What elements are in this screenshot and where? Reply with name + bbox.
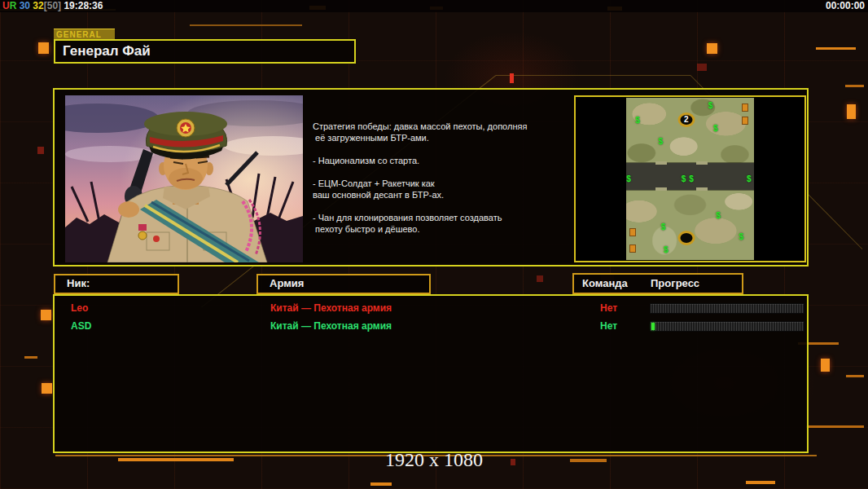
match-timer: 00:00:00 bbox=[826, 0, 865, 11]
deco-square bbox=[38, 42, 49, 54]
strategy-line bbox=[313, 143, 565, 155]
deco-square bbox=[24, 356, 37, 359]
player-team: Нет bbox=[600, 302, 617, 314]
player-name: Leo bbox=[71, 302, 88, 314]
status-segments: UR 30 32[50] 19:28:36 bbox=[2, 0, 103, 11]
supply-dock-marker: $ bbox=[689, 174, 694, 183]
oil-derrick-marker bbox=[742, 117, 748, 125]
supply-dock-marker: $ bbox=[747, 174, 752, 183]
deco-square bbox=[537, 275, 543, 282]
general-tag: GENERAL bbox=[54, 29, 115, 40]
minimap-bridge-notch bbox=[696, 187, 708, 191]
deco-square bbox=[845, 85, 864, 87]
loading-screen: UR 30 32[50] 19:28:36 00:00:00 GENERAL Г… bbox=[0, 0, 868, 489]
strategy-line: Стратегия победы: давка массой пехоты, д… bbox=[313, 121, 565, 132]
deco-square bbox=[847, 104, 856, 119]
header-army-box: Армия bbox=[256, 274, 431, 294]
player-army: Китай — Пехотная армия bbox=[270, 302, 392, 314]
supply-dock-marker: $ bbox=[659, 137, 664, 146]
deco-square bbox=[816, 47, 856, 50]
portrait-illustration bbox=[65, 95, 303, 262]
supply-dock-marker: $ bbox=[739, 232, 744, 241]
supply-dock-marker: $ bbox=[713, 124, 718, 133]
supply-dock-marker: $ bbox=[635, 116, 640, 125]
header-nick-label: Ник: bbox=[67, 277, 178, 289]
deco-square bbox=[746, 481, 775, 484]
header-team-label: Команда bbox=[582, 277, 628, 289]
status-segment: 30 bbox=[16, 0, 30, 11]
minimap-bridge-notch bbox=[655, 161, 667, 165]
deco-square bbox=[370, 482, 392, 486]
minimap-image: 2$$$$$$$$$$$$ bbox=[626, 98, 754, 260]
player-row: LeoКитай — Пехотная армияНет bbox=[55, 301, 807, 317]
strategy-line bbox=[313, 200, 565, 212]
deco-square bbox=[846, 375, 864, 377]
strategy-line bbox=[313, 166, 565, 178]
deco-square bbox=[510, 73, 514, 83]
supply-dock-marker: $ bbox=[664, 245, 669, 254]
deco-square bbox=[821, 359, 830, 372]
deco-trace-horizontal bbox=[496, 75, 690, 76]
header-nick-box: Ник: bbox=[54, 274, 179, 294]
player-list: LeoКитай — Пехотная армияНетASDКитай — П… bbox=[53, 294, 809, 453]
minimap-box: 2$$$$$$$$$$$$ bbox=[574, 95, 806, 262]
status-segment: [50] bbox=[44, 0, 61, 11]
player-progress-fill bbox=[651, 323, 655, 330]
start-position-marker: 2 bbox=[677, 112, 695, 127]
deco-square bbox=[806, 425, 864, 428]
player-team: Нет bbox=[600, 320, 617, 332]
oil-derrick-marker bbox=[629, 228, 636, 236]
top-status-strip bbox=[0, 0, 868, 12]
supply-dock-marker: $ bbox=[682, 174, 686, 183]
deco-square bbox=[570, 459, 607, 462]
general-portrait bbox=[65, 95, 303, 262]
header-team-progress-box: Команда Прогресс bbox=[572, 273, 743, 294]
supply-dock-marker: $ bbox=[626, 174, 631, 183]
strategy-line: - ЕЦМ-Солдат + Ракетчик как bbox=[313, 178, 565, 189]
deco-square bbox=[190, 24, 302, 26]
oil-derrick-marker bbox=[629, 244, 636, 253]
deco-square bbox=[118, 458, 234, 461]
general-title-box: Генерал Фай bbox=[54, 39, 356, 64]
deco-square bbox=[697, 64, 707, 71]
strategy-text: Стратегия победы: давка массой пехоты, д… bbox=[313, 121, 565, 235]
strategy-line: её загруженными БТР-ами. bbox=[313, 132, 565, 143]
strategy-line: пехоту быстро и дёшево. bbox=[313, 223, 565, 235]
deco-square bbox=[707, 43, 717, 54]
supply-dock-marker: $ bbox=[716, 211, 721, 220]
strategy-line: ваш основной десант в БТР-ах. bbox=[313, 189, 565, 200]
status-segment: 19:28:36 bbox=[61, 0, 103, 11]
deco-square bbox=[41, 310, 51, 320]
deco-square bbox=[511, 459, 515, 465]
supply-dock-marker: $ bbox=[708, 101, 713, 110]
strategy-line: - Чан для клонирования позволяет создава… bbox=[313, 212, 565, 223]
player-name: ASD bbox=[71, 320, 91, 332]
header-progress-label: Прогресс bbox=[651, 277, 699, 289]
minimap-bridge-notch bbox=[696, 161, 708, 165]
player-progress-bar bbox=[651, 322, 804, 331]
status-segment: U bbox=[2, 0, 10, 11]
oil-derrick-marker bbox=[742, 104, 748, 112]
minimap-bridge-notch bbox=[655, 187, 667, 191]
player-row: ASDКитай — Пехотная армияНет bbox=[55, 319, 807, 335]
general-title: Генерал Фай bbox=[63, 43, 354, 59]
deco-square bbox=[42, 383, 52, 394]
resolution-label: 1920 x 1080 bbox=[385, 449, 483, 471]
status-segment: 32 bbox=[30, 0, 44, 11]
header-army-label: Армия bbox=[270, 277, 429, 289]
player-army: Китай — Пехотная армия bbox=[270, 320, 392, 332]
player-progress-bar bbox=[651, 304, 804, 313]
supply-dock-marker: $ bbox=[661, 222, 666, 231]
strategy-line: - Национализм со старта. bbox=[313, 155, 565, 166]
start-position-marker bbox=[677, 231, 695, 245]
deco-square bbox=[37, 147, 44, 154]
